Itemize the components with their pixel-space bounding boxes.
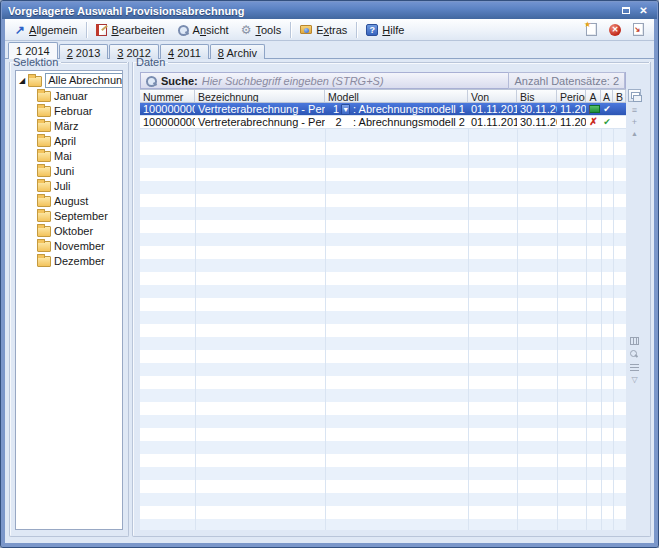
list-icon[interactable] [630,364,639,372]
table-row[interactable]: 1000000001 Vertreterabrechnung - Periode… [140,116,626,129]
folder-icon [37,166,51,177]
modell-number: 2 [328,116,342,129]
add-row-icon[interactable]: + [627,118,642,127]
tree-expand-icon[interactable]: ◢ [19,77,25,85]
gear-icon: ⚙ [241,24,252,36]
cell-nummer: 1000000001 [140,116,195,129]
new-button[interactable] [580,21,603,38]
cell-von: 01.11.2014 [468,116,517,129]
search-bar[interactable]: Suche: Hier Suchbegriff eingeben (STRG+S… [140,72,626,89]
search-input[interactable]: Hier Suchbegriff eingeben (STRG+S) [202,75,505,87]
columns-icon[interactable] [630,337,639,345]
folder-icon [37,196,51,207]
close-button[interactable]: ✕ [636,4,651,17]
window-title: Vorgelagerte Auswahl Provisionsabrechnun… [8,5,615,17]
tree-item-mai[interactable]: Mai [16,148,122,163]
find-icon[interactable] [630,350,639,359]
arrow-ne-icon: ↗ [15,24,25,36]
tree-item-oktober[interactable]: Oktober [16,223,122,238]
menu-allgemein-label: Allgemein [29,24,77,36]
column-header-b[interactable]: B [613,90,626,102]
app-window: Vorgelagerte Auswahl Provisionsabrechnun… [0,0,659,548]
tree-item-november[interactable]: November [16,238,122,253]
help-icon: ? [366,24,378,36]
folder-open-icon [28,76,42,87]
toolbar-separator [86,22,87,38]
page-content: Selektion ◢ Alle Abrechnungen Januar Feb… [5,59,654,541]
cancel-icon: ✕ [609,24,621,36]
column-header-bis[interactable]: Bis [517,90,557,102]
daten-group: Daten Suche: Hier Suchbegriff eingeben (… [132,62,651,537]
cell-periode: 11.2014 [557,116,586,129]
title-bar[interactable]: Vorgelagerte Auswahl Provisionsabrechnun… [2,2,657,19]
tree-item-juni[interactable]: Juni [16,163,122,178]
column-header-nummer[interactable]: Nummer [140,90,195,102]
menu-hilfe[interactable]: ? Hilfe [360,22,410,38]
tree-root-label: Alle Abrechnungen [45,73,123,88]
tree-item-januar[interactable]: Januar [16,88,122,103]
column-header-von[interactable]: Von [468,90,517,102]
tree-item-juli[interactable]: Juli [16,178,122,193]
column-header-a2[interactable]: A [601,90,613,102]
filter-icon[interactable]: ▽ [627,376,642,384]
menu-allgemein[interactable]: ↗ Allgemein [9,22,83,38]
modell-dropdown-button[interactable]: ▼ [341,104,350,115]
selektion-caption: Selektion [13,56,60,68]
column-separator [195,129,196,530]
folder-icon [37,151,51,162]
tree-item-august[interactable]: August [16,193,122,208]
restore-button[interactable] [618,4,633,17]
column-header-modell[interactable]: Modell [325,90,468,102]
menu-ansicht-label: Ansicht [193,24,229,36]
cell-b [613,103,626,116]
tab-2013[interactable]: 2 2013 [59,44,109,59]
column-header-a1[interactable]: A [586,90,601,102]
grid-side-strip: ≡ + ▲ ▽ [627,89,642,530]
column-header-periode[interactable]: Periode [557,90,586,102]
folder-icon [37,226,51,237]
menu-extras[interactable]: Extras [294,22,353,38]
table-row[interactable]: 1000000000 Vertreterabrechnung - Periode… [140,103,626,116]
cell-von: 01.11.2014 [468,103,517,116]
folder-icon [37,136,51,147]
tree-item-dezember[interactable]: Dezember [16,253,122,268]
tree-item-maerz[interactable]: März [16,118,122,133]
selektion-caption-text: Selektion [13,56,58,68]
tab-archiv[interactable]: 8 Archiv [210,44,265,59]
folder-icon [37,256,51,267]
column-header-bezeichnung[interactable]: Bezeichnung [195,90,325,102]
tree-root[interactable]: ◢ Alle Abrechnungen [16,73,122,88]
folder-icon [37,121,51,132]
exit-button[interactable] [627,21,650,38]
menu-tools-label: Tools [255,24,281,36]
daten-topline [168,62,649,63]
tree-item-februar[interactable]: Februar [16,103,122,118]
menu-bearbeiten-label: Bearbeiten [111,24,164,36]
cell-b [613,116,626,129]
selektion-topline [61,62,127,63]
selektion-group: Selektion ◢ Alle Abrechnungen Januar Feb… [9,62,129,537]
daten-caption-text: Daten [136,56,165,68]
grid-header-row: Nummer Bezeichnung Modell Von Bis Period… [140,89,626,103]
edit-book-icon [96,24,107,36]
cell-bezeichnung: Vertreterabrechnung - Periode: 11.2014 [195,103,325,116]
scroll-top-icon[interactable]: ≡ [627,106,642,115]
record-count-label: Anzahl Datensätze: [514,75,609,87]
cell-periode: 11.2014 [557,103,586,116]
cancel-button[interactable]: ✕ [603,22,627,38]
cell-nummer: 1000000000 [140,103,195,116]
column-chooser-icon[interactable] [628,89,641,102]
modell-number: 1 [328,103,339,116]
exit-icon [633,23,644,36]
cell-bezeichnung: Vertreterabrechnung - Periode: 11.2014 [195,116,325,129]
tree-item-september[interactable]: September [16,208,122,223]
column-separator [586,129,587,530]
menu-bearbeiten[interactable]: Bearbeiten [90,22,170,38]
toolbar-separator [290,22,291,38]
column-separator [468,129,469,530]
scroll-up-icon[interactable]: ▲ [627,130,642,137]
tree-item-april[interactable]: April [16,133,122,148]
selection-tree[interactable]: ◢ Alle Abrechnungen Januar Februar März … [15,70,123,530]
menu-ansicht[interactable]: Ansicht [171,22,235,38]
menu-tools[interactable]: ⚙ Tools [235,22,287,38]
